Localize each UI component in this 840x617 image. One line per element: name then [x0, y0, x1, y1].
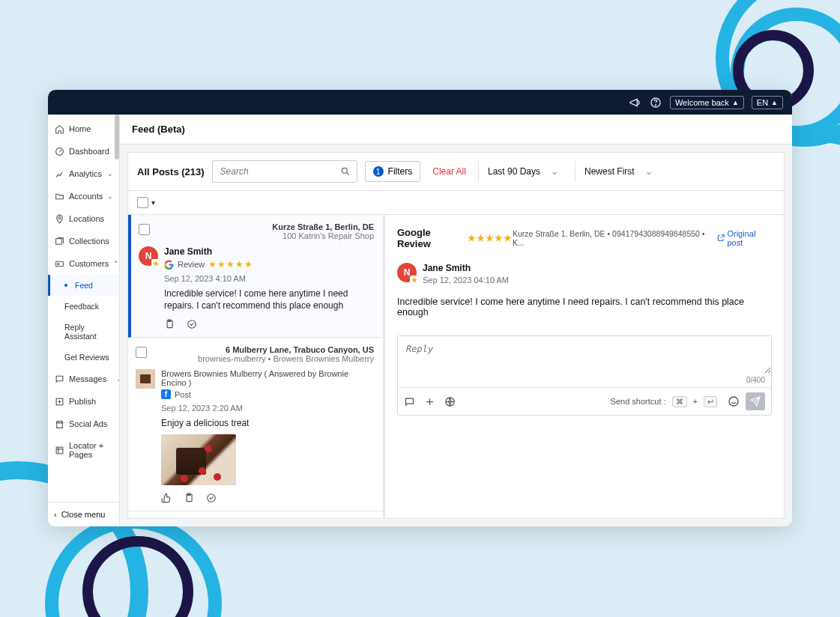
chevron-up-icon: ⌃ [113, 260, 119, 267]
original-post-label: Original post [727, 229, 772, 247]
post-business: brownies-mulberry • Browers Brownies Mul… [136, 354, 374, 363]
sidebar-label: Home [69, 124, 91, 133]
svg-point-3 [58, 216, 60, 219]
svg-point-11 [188, 320, 196, 329]
dashboard-icon [54, 146, 64, 156]
welcome-dropdown[interactable]: Welcome back ▲ [670, 96, 744, 109]
emoji-icon[interactable] [728, 395, 740, 407]
bullet-icon [64, 284, 67, 287]
svg-rect-13 [140, 374, 151, 383]
chevron-down-icon: ⌄ [551, 166, 558, 177]
clipboard-icon[interactable] [184, 493, 194, 503]
clipboard-icon[interactable] [164, 319, 175, 329]
detail-pane: Google Review ★★★★★ Kurze Straße 1, Berl… [385, 215, 784, 518]
language-dropdown[interactable]: EN ▲ [752, 96, 783, 109]
sidebar-label: Locations [69, 214, 104, 223]
send-button[interactable] [746, 392, 765, 410]
sidebar: Home Dashboard Analytics ⌄ Accounts ⌄ [48, 115, 120, 526]
language-label: EN [757, 98, 768, 107]
svg-point-15 [208, 493, 216, 502]
sidebar-item-locations[interactable]: Locations [48, 207, 119, 230]
post-author-line: Browers Brownies Mulberry ( Answered by … [161, 369, 374, 387]
sidebar-item-messages[interactable]: Messages ⌄ [48, 368, 119, 390]
sidebar-item-social-ads[interactable]: Social Ads [48, 413, 119, 435]
customers-icon [54, 258, 64, 269]
date-range-value: Last 90 Days [488, 166, 540, 177]
plus-icon[interactable] [424, 396, 435, 407]
sidebar-item-dashboard[interactable]: Dashboard [48, 140, 119, 162]
shortcut-label: Send shortcut : [611, 397, 666, 406]
reply-textarea[interactable] [398, 336, 771, 374]
messages-icon [54, 374, 64, 384]
post-text: Incredible service! I come here anytime … [164, 288, 374, 311]
translate-icon[interactable] [444, 396, 456, 407]
sidebar-item-home[interactable]: Home [48, 118, 119, 140]
announce-icon[interactable] [628, 96, 641, 109]
chevron-down-icon: ⌄ [645, 166, 653, 177]
date-range-select[interactable]: Last 90 Days ⌄ [478, 161, 567, 182]
thumbs-up-icon[interactable] [161, 493, 172, 503]
chevron-down-icon: ⌄ [107, 170, 113, 177]
check-circle-icon[interactable] [206, 493, 217, 503]
svg-point-9 [342, 168, 347, 173]
post-location: 6 Mulberry Lane, Trabuco Canyon, US [136, 345, 374, 354]
search-input-wrapper[interactable] [212, 160, 357, 183]
kbd-key: ↩ [704, 396, 717, 407]
sidebar-item-collections[interactable]: Collections [48, 230, 119, 252]
publish-icon [54, 396, 64, 407]
search-input[interactable] [219, 165, 340, 177]
close-menu-button[interactable]: ‹ Close menu [48, 502, 119, 526]
reply-counter: 0/400 [398, 376, 771, 387]
post-checkbox[interactable] [139, 224, 150, 235]
sidebar-item-publish[interactable]: Publish [48, 390, 119, 413]
sidebar-label: Analytics [69, 169, 102, 178]
post-date: Sep 12, 2023 4:10 AM [164, 274, 374, 283]
facebook-icon: f [161, 389, 171, 399]
post-image-thumbnail[interactable] [161, 434, 236, 485]
feed-list[interactable]: Kurze Straße 1, Berlin, DE 100 Katrin's … [128, 215, 385, 518]
sort-select[interactable]: Newest First ⌄ [575, 161, 662, 182]
clear-all-button[interactable]: Clear All [428, 166, 471, 177]
check-circle-icon[interactable] [187, 319, 197, 329]
avatar: N ★ [139, 246, 158, 266]
filters-button[interactable]: 1 Filters [365, 161, 421, 182]
chevron-down-icon[interactable]: ▾ [151, 198, 155, 207]
sidebar-item-reply-assistant[interactable]: Reply Assistant [48, 317, 119, 347]
pin-icon [54, 213, 64, 224]
post-checkbox[interactable] [136, 347, 147, 358]
detail-author: Jane Smith [423, 263, 509, 273]
filters-count-badge: 1 [373, 166, 384, 177]
post-card[interactable]: 6 Mulberry Lane, Trabuco Canyon, US brow… [128, 338, 383, 511]
template-icon[interactable] [404, 396, 415, 407]
chevron-down-icon: ⌄ [107, 192, 113, 200]
avatar: N ★ [397, 263, 417, 282]
chevron-left-icon: ‹ [54, 510, 57, 519]
home-icon [54, 124, 64, 134]
sidebar-label: Locator + Pages [69, 441, 113, 459]
kbd-key: ⌘ [672, 396, 687, 407]
star-badge-icon: ★ [151, 259, 160, 268]
sidebar-item-locator-pages[interactable]: Locator + Pages [48, 435, 119, 465]
page-title: Feed (Beta) [120, 115, 792, 145]
sidebar-item-accounts[interactable]: Accounts ⌄ [48, 185, 119, 207]
sidebar-item-customers[interactable]: Customers ⌃ [48, 252, 119, 275]
svg-point-1 [655, 104, 656, 105]
original-post-link[interactable]: Original post [716, 229, 772, 247]
search-icon [340, 166, 351, 177]
post-card[interactable]: 6 Mulberry Lane, Trabuco Canyon, US brow… [128, 511, 383, 518]
sidebar-item-get-reviews[interactable]: Get Reviews [48, 347, 119, 368]
main-content: Feed (Beta) All Posts (213) 1 Filters Cl… [120, 115, 792, 526]
post-card[interactable]: Kurze Straße 1, Berlin, DE 100 Katrin's … [128, 215, 383, 338]
help-icon[interactable] [649, 96, 662, 109]
svg-rect-8 [56, 447, 63, 454]
source-label: Review [178, 260, 205, 269]
select-all-checkbox[interactable] [137, 197, 148, 208]
sidebar-item-feed[interactable]: Feed [48, 275, 119, 296]
source-label: Post [175, 390, 191, 399]
sidebar-item-feedback[interactable]: Feedback [48, 296, 119, 317]
sidebar-item-analytics[interactable]: Analytics ⌄ [48, 162, 119, 185]
chevron-up-icon: ▲ [732, 99, 739, 106]
content-box: All Posts (213) 1 Filters Clear All Last… [127, 152, 785, 519]
sidebar-label: Collections [69, 237, 109, 246]
sidebar-label: Social Ads [69, 419, 107, 428]
